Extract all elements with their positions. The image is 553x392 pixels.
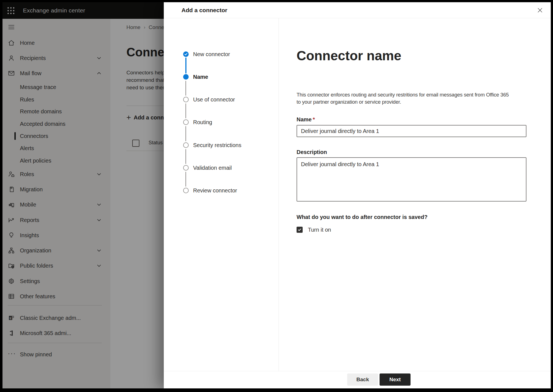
app-window: Exchange admin center Home Recipients Ma… [2,2,551,388]
name-field-label: Name* [297,116,315,123]
dialog-footer: Back Next [164,371,551,388]
back-button[interactable]: Back [347,373,378,386]
add-connector-dialog: Add a connector New connector Name [164,2,551,388]
checkbox-checked-icon [297,227,303,233]
step-connector-line [185,149,186,164]
dialog-header: Add a connector [164,2,551,18]
wizard-steps: New connector Name Use of connector Rout… [164,18,279,371]
step-upcoming-dot [183,119,189,125]
step-connector-line [185,103,186,118]
dialog-title: Add a connector [181,2,227,18]
step-connector-line [185,81,186,96]
step-upcoming-dot [183,97,189,102]
step-review-connector[interactable]: Review connector [164,187,279,194]
after-save-question: What do you want to do after connector i… [297,214,427,220]
next-button[interactable]: Next [380,373,411,386]
description-field-label: Description [297,149,327,155]
step-validation-email[interactable]: Validation email [164,164,279,172]
name-input[interactable] [297,125,526,137]
step-upcoming-dot [183,142,189,148]
step-upcoming-dot [183,165,189,171]
step-use-of-connector[interactable]: Use of connector [164,96,279,103]
step-complete-icon [183,51,189,57]
turn-it-on-checkbox[interactable]: Turn it on [297,226,331,233]
step-upcoming-dot [183,188,189,193]
step-name[interactable]: Name [164,73,279,81]
step-connector-line [185,172,186,187]
step-new-connector[interactable]: New connector [164,50,279,58]
step-connector-line [185,58,186,74]
required-mark: * [313,116,315,122]
close-button[interactable] [535,6,545,15]
step-page-title: Connector name [297,48,401,63]
close-icon [537,7,543,13]
step-connector-line [185,126,186,141]
step-routing[interactable]: Routing [164,118,279,126]
step-current-dot [183,74,189,80]
step-security-restrictions[interactable]: Security restrictions [164,141,279,149]
description-input[interactable]: Deliver journal directly to Area 1 [297,157,526,202]
step-page-description: This connector enforces routing and secu… [297,91,509,106]
